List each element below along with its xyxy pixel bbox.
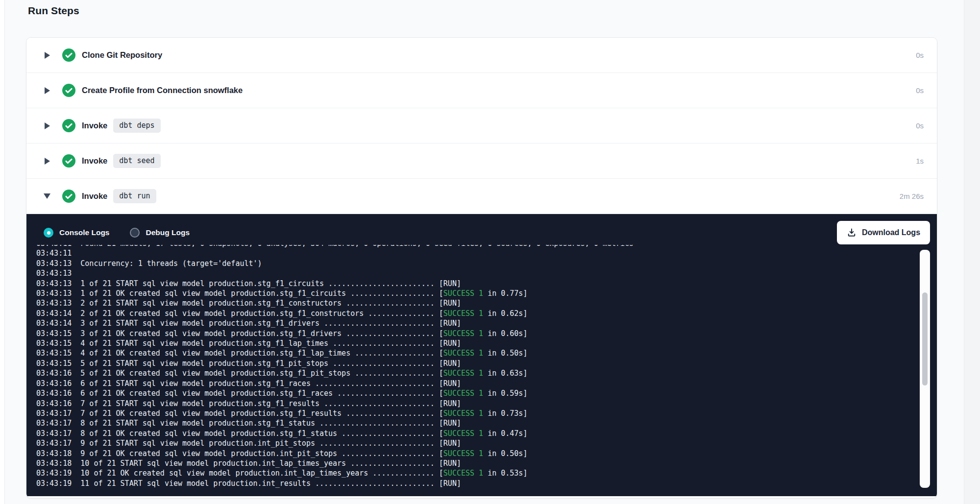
log-line: 03:43:11 [36, 248, 915, 258]
log-line: 03:43:15 4 of 21 START sql view model pr… [36, 338, 915, 348]
log-line: 03:43:16 7 of 21 START sql view model pr… [36, 399, 915, 408]
step-duration: 1s [916, 157, 924, 165]
log-tab[interactable]: Console Logs [44, 228, 109, 238]
log-line: 03:43:13 2 of 21 START sql view model pr… [36, 298, 915, 308]
step-row[interactable]: Clone Git Repository 0s [26, 38, 937, 73]
log-line: 03:43:17 8 of 21 START sql view model pr… [36, 418, 915, 428]
log-type-radio-group: Console Logs Debug Logs [44, 228, 210, 238]
log-tab-label: Debug Logs [146, 228, 190, 237]
log-line: 03:43:13 Concurrency: 1 threads (target=… [36, 259, 915, 268]
log-line: 03:43:19 10 of 21 OK created sql view mo… [36, 468, 915, 478]
log-line: 03:43:16 5 of 21 OK created sql view mod… [36, 368, 915, 378]
chevron-right-icon[interactable] [45, 87, 50, 94]
log-line: 03:43:14 2 of 21 OK created sql view mod… [36, 309, 915, 318]
step-row[interactable]: Create Profile from Connection snowflake… [26, 73, 937, 108]
page-title: Run Steps [28, 5, 79, 17]
step-command-badge: dbt run [113, 189, 156, 203]
log-line: 03:43:14 3 of 21 START sql view model pr… [36, 318, 915, 328]
log-line: 03:43:16 6 of 21 OK created sql view mod… [36, 388, 915, 398]
log-line: 03:43:17 9 of 21 START sql view model pr… [36, 438, 915, 448]
run-steps-card: Clone Git Repository 0s Create Profile f… [26, 37, 937, 499]
log-line: 03:43:17 8 of 21 OK created sql view mod… [36, 429, 915, 438]
check-circle-icon [62, 190, 75, 203]
console-log-lines: 03:43:11 Found 21 models, 17 tests, 0 sn… [36, 245, 915, 488]
step-duration: 0s [916, 86, 924, 95]
step-label: Invoke [82, 121, 107, 130]
chevron-down-icon[interactable] [44, 193, 50, 199]
step-label: Invoke [82, 156, 107, 166]
run-steps-list: Clone Git Repository 0s Create Profile f… [26, 38, 937, 214]
download-logs-label: Download Logs [862, 228, 920, 237]
log-line: 03:43:18 10 of 21 START sql view model p… [36, 458, 915, 468]
download-logs-button[interactable]: Download Logs [837, 221, 930, 244]
step-command-badge: dbt deps [113, 119, 160, 133]
step-duration: 0s [916, 51, 924, 59]
left-edge-panel [0, 0, 5, 504]
download-icon [847, 228, 857, 238]
right-edge-panel [964, 0, 980, 504]
log-line: 03:43:13 [36, 268, 915, 278]
check-circle-icon [62, 84, 75, 97]
log-line: 03:43:13 1 of 21 OK created sql view mod… [36, 288, 915, 298]
check-circle-icon [62, 119, 75, 132]
step-command-badge: dbt seed [113, 154, 160, 168]
radio-selected-icon[interactable] [44, 228, 53, 238]
log-tab[interactable]: Debug Logs [130, 228, 190, 238]
step-label: Invoke [82, 192, 107, 201]
chevron-right-icon[interactable] [45, 158, 50, 165]
check-circle-icon [62, 154, 75, 168]
radio-unselected-icon[interactable] [130, 228, 140, 238]
log-line: 03:43:15 5 of 21 START sql view model pr… [36, 359, 915, 368]
console-panel: Console Logs Debug Logs Download Logs 03… [26, 214, 937, 496]
log-line: 03:43:19 11 of 21 START sql view model p… [36, 479, 915, 488]
log-line: 03:43:16 6 of 21 START sql view model pr… [36, 379, 915, 388]
step-row[interactable]: Invoke dbt seed 1s [26, 144, 937, 179]
log-line: 03:43:15 4 of 21 OK created sql view mod… [36, 348, 915, 358]
log-line: 03:43:11 Found 21 models, 17 tests, 0 sn… [36, 245, 915, 248]
step-row[interactable]: Invoke dbt deps 0s [26, 108, 937, 144]
log-line: 03:43:18 9 of 21 OK created sql view mod… [36, 449, 915, 458]
console-log-viewport[interactable]: 03:43:11 Found 21 models, 17 tests, 0 sn… [36, 245, 915, 488]
step-duration: 2m 26s [900, 192, 924, 200]
step-duration: 0s [916, 121, 924, 130]
check-circle-icon [62, 48, 75, 62]
chevron-right-icon[interactable] [45, 122, 50, 129]
console-scrollbar-thumb[interactable] [922, 292, 928, 385]
console-header: Console Logs Debug Logs Download Logs [44, 220, 930, 245]
log-tab-label: Console Logs [59, 228, 109, 237]
console-scrollbar-track[interactable] [920, 250, 930, 488]
chevron-right-icon[interactable] [45, 52, 50, 59]
log-line: 03:43:13 1 of 21 START sql view model pr… [36, 279, 915, 288]
log-line: 03:43:15 3 of 21 OK created sql view mod… [36, 329, 915, 338]
step-label: Clone Git Repository [82, 50, 162, 60]
step-label: Create Profile from Connection snowflake [82, 86, 243, 95]
log-line: 03:43:17 7 of 21 OK created sql view mod… [36, 408, 915, 418]
step-row[interactable]: Invoke dbt run 2m 26s [26, 179, 937, 214]
